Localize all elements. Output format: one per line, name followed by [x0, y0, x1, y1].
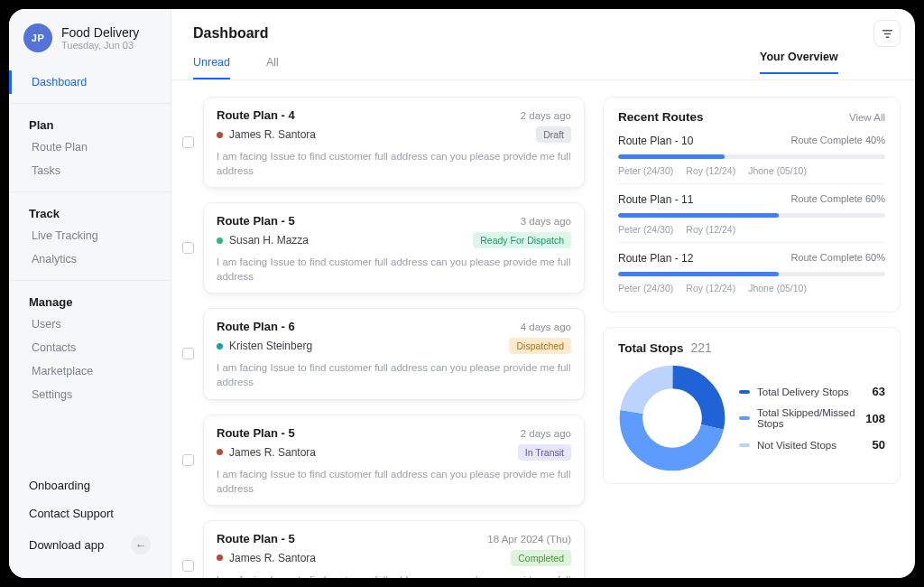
- nav-item[interactable]: Live Tracking: [9, 224, 171, 247]
- nav-item[interactable]: Settings: [9, 383, 171, 406]
- page-title: Dashboard: [193, 25, 279, 42]
- route-card-title: Route Plan - 5: [217, 214, 295, 228]
- feed-checkbox[interactable]: [182, 560, 194, 572]
- tab-unread[interactable]: Unread: [193, 51, 230, 79]
- nav-item[interactable]: Route Plan: [9, 135, 171, 159]
- route-card-when: 18 Apr 2024 (Thu): [487, 534, 571, 545]
- sidebar: JP Food Delivery Tuesday, Jun 03 Dashboa…: [9, 9, 171, 578]
- total-stops-panel: Total Stops 221 Total Delivery Stops 63 …: [603, 327, 901, 484]
- route-card[interactable]: Route Plan - 5 3 days ago Susan H. Mazza…: [203, 202, 585, 294]
- recent-route-title: Route Plan - 11: [618, 193, 693, 206]
- brand-block: JP Food Delivery Tuesday, Jun 03: [9, 23, 171, 69]
- route-card-when: 2 days ago: [521, 110, 571, 121]
- route-card[interactable]: Route Plan - 6 4 days ago Kristen Steinb…: [203, 308, 585, 399]
- legend-swatch-icon: [739, 443, 750, 447]
- topbar: Dashboard Unread All Your Overview: [171, 9, 915, 79]
- route-card-person: Kristen Steinberg: [217, 340, 312, 352]
- nav-item[interactable]: Users: [9, 312, 171, 336]
- recent-route-item[interactable]: Route Plan - 11 Route Complete 60% Peter…: [618, 183, 885, 242]
- stops-donut-chart: [618, 364, 726, 472]
- main: Dashboard Unread All Your Overview Route…: [171, 9, 915, 578]
- status-dot-icon: [217, 238, 223, 244]
- nav-dashboard[interactable]: Dashboard: [9, 70, 171, 94]
- route-card-person: James R. Santora: [217, 128, 316, 141]
- app-window: JP Food Delivery Tuesday, Jun 03 Dashboa…: [9, 9, 915, 578]
- svg-point-6: [642, 388, 701, 447]
- route-card[interactable]: Route Plan - 5 18 Apr 2024 (Thu) James R…: [203, 520, 585, 578]
- recent-route-title: Route Plan - 10: [618, 135, 693, 147]
- recent-route-pct: Route Complete 60%: [790, 252, 885, 265]
- route-card-when: 2 days ago: [521, 428, 571, 439]
- total-stops-title: Total Stops: [618, 341, 684, 355]
- feed: Route Plan - 4 2 days ago James R. Santo…: [179, 97, 585, 562]
- recent-route-pct: Route Complete 60%: [790, 193, 885, 206]
- feed-tabs: Unread All: [193, 51, 279, 79]
- route-card-title: Route Plan - 4: [217, 108, 295, 122]
- brand-title: Food Delivery: [61, 25, 139, 40]
- recent-routes-title: Recent Routes: [618, 110, 704, 124]
- status-dot-icon: [217, 343, 223, 349]
- status-dot-icon: [217, 554, 223, 561]
- route-card[interactable]: Route Plan - 5 2 days ago James R. Santo…: [203, 415, 585, 506]
- overview-column: Recent Routes View All Route Plan - 10 R…: [603, 97, 901, 562]
- nav-item[interactable]: Analytics: [9, 247, 171, 271]
- status-badge: In Transit: [518, 444, 571, 461]
- route-card-body: I am facing Issue to find customer full …: [217, 360, 571, 389]
- nav-section-label: Track: [9, 201, 171, 224]
- status-dot-icon: [217, 449, 223, 455]
- filter-icon: [881, 27, 894, 41]
- progress-bar: [618, 213, 885, 218]
- route-card-body: I am facing Issue to find customer full …: [217, 467, 571, 496]
- total-stops-total: 221: [691, 340, 712, 355]
- nav-download-app[interactable]: Download app ←: [9, 527, 171, 562]
- status-dot-icon: [217, 132, 223, 138]
- legend-label: Not Visited Stops: [757, 440, 865, 451]
- tab-all[interactable]: All: [266, 51, 279, 79]
- feed-checkbox[interactable]: [182, 242, 194, 254]
- stops-legend: Total Delivery Stops 63 Total Skipped/Mi…: [739, 385, 885, 452]
- route-card-title: Route Plan - 5: [217, 426, 295, 440]
- feed-checkbox[interactable]: [182, 348, 194, 359]
- nav-item[interactable]: Tasks: [9, 159, 171, 182]
- route-card-title: Route Plan - 5: [217, 532, 295, 545]
- feed-checkbox[interactable]: [182, 454, 194, 466]
- progress-bar: [618, 154, 885, 159]
- legend-row: Total Skipped/Missed Stops 108: [739, 407, 885, 429]
- route-card-body: I am facing Issue to find customer full …: [217, 255, 571, 284]
- route-card-person: Susan H. Mazza: [217, 234, 309, 247]
- recent-route-pct: Route Complete 40%: [790, 135, 885, 147]
- feed-checkbox[interactable]: [182, 136, 194, 148]
- nav-item[interactable]: Marketplace: [9, 359, 171, 383]
- route-card-body: I am facing Issue to find customer full …: [217, 573, 571, 578]
- route-card[interactable]: Route Plan - 4 2 days ago James R. Santo…: [203, 97, 585, 188]
- legend-value: 50: [873, 438, 885, 452]
- nav-onboarding[interactable]: Onboarding: [9, 471, 171, 499]
- arrow-left-icon: ←: [131, 535, 151, 554]
- legend-row: Not Visited Stops 50: [739, 438, 885, 452]
- avatar[interactable]: JP: [23, 23, 52, 52]
- content: Route Plan - 4 2 days ago James R. Santo…: [171, 80, 915, 578]
- recent-route-title: Route Plan - 12: [618, 252, 693, 265]
- status-badge: Draft: [536, 126, 571, 143]
- recent-routes-view-all[interactable]: View All: [849, 112, 885, 123]
- progress-bar: [618, 272, 885, 276]
- route-card-when: 4 days ago: [521, 321, 571, 332]
- tab-your-overview[interactable]: Your Overview: [760, 45, 838, 74]
- legend-swatch-icon: [739, 416, 750, 420]
- legend-row: Total Delivery Stops 63: [739, 385, 885, 398]
- recent-route-item[interactable]: Route Plan - 10 Route Complete 40% Peter…: [618, 133, 885, 183]
- legend-swatch-icon: [739, 390, 750, 394]
- nav-contact-support[interactable]: Contact Support: [9, 499, 171, 527]
- legend-label: Total Skipped/Missed Stops: [757, 407, 858, 429]
- legend-label: Total Delivery Stops: [757, 387, 865, 397]
- nav-section-label: Plan: [9, 113, 171, 135]
- route-card-person: James R. Santora: [217, 552, 316, 564]
- sidebar-bottom: Onboarding Contact Support Download app …: [9, 471, 171, 578]
- route-card-when: 3 days ago: [521, 216, 571, 227]
- filter-button[interactable]: [873, 20, 901, 47]
- recent-routes-panel: Recent Routes View All Route Plan - 10 R…: [603, 97, 901, 312]
- nav-item[interactable]: Contacts: [9, 336, 171, 359]
- recent-route-item[interactable]: Route Plan - 12 Route Complete 60% Peter…: [618, 242, 885, 301]
- route-card-title: Route Plan - 6: [217, 320, 295, 333]
- status-badge: Dispatched: [509, 338, 571, 354]
